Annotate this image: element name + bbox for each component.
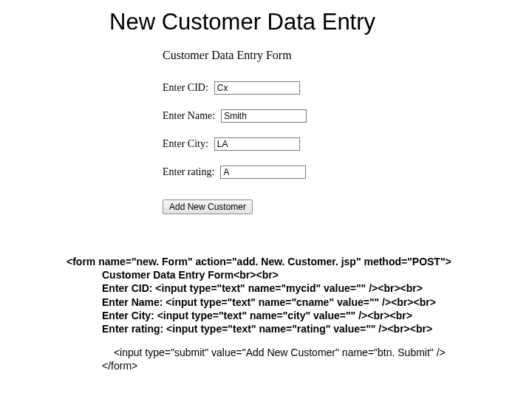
name-input[interactable]	[221, 109, 307, 123]
code-line-1: <form name="new. Form" action="add. New.…	[66, 255, 451, 268]
add-customer-button[interactable]: Add New Customer	[163, 200, 253, 214]
city-row: Enter City:	[163, 137, 307, 151]
code-line-8: </form>	[66, 359, 451, 372]
code-line-6: Enter rating: <input type="text" name="r…	[66, 322, 451, 335]
code-block: <form name="new. Form" action="add. New.…	[66, 255, 451, 373]
rating-row: Enter rating:	[163, 166, 307, 179]
code-spacer	[66, 335, 451, 346]
city-label: Enter City:	[163, 138, 208, 150]
name-row: Enter Name:	[163, 109, 307, 123]
form-area: Customer Data Entry Form Enter CID: Ente…	[163, 49, 307, 214]
form-heading: Customer Data Entry Form	[163, 49, 307, 62]
rating-input[interactable]	[220, 166, 306, 179]
city-input[interactable]	[214, 137, 300, 151]
name-label: Enter Name:	[163, 110, 215, 122]
cid-row: Enter CID:	[163, 81, 307, 95]
code-line-5: Enter City: <input type="text" name="cit…	[66, 309, 451, 322]
code-line-3: Enter CID: <input type="text" name="myci…	[66, 282, 451, 295]
cid-label: Enter CID:	[163, 82, 208, 94]
code-line-4: Enter Name: <input type="text" name="cna…	[66, 296, 451, 309]
slide-title: New Customer Data Entry	[109, 9, 375, 35]
code-line-7: <input type="submit" value="Add New Cust…	[66, 346, 451, 359]
rating-label: Enter rating:	[163, 166, 214, 178]
cid-input[interactable]	[214, 81, 300, 95]
code-line-2: Customer Data Entry Form<br><br>	[66, 268, 451, 282]
